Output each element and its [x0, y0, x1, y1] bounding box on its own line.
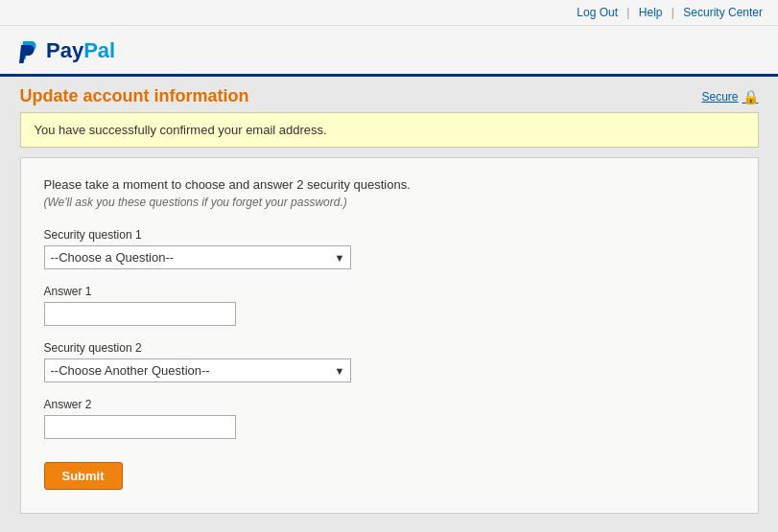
- header: PayPal: [0, 26, 778, 77]
- paypal-icon: [15, 37, 42, 64]
- logo-pal: Pal: [83, 38, 115, 62]
- form-intro-subtext: (We'll ask you these questions if you fo…: [44, 196, 735, 209]
- success-banner: You have successfully confirmed your ema…: [20, 112, 759, 148]
- a1-input[interactable]: [44, 302, 236, 326]
- help-link[interactable]: Help: [639, 6, 663, 19]
- top-nav: Log Out | Help | Security Center: [0, 0, 778, 26]
- question1-group: Security question 1 --Choose a Question-…: [44, 228, 735, 269]
- lock-icon: 🔒: [743, 89, 759, 104]
- form-intro-text: Please take a moment to choose and answe…: [44, 177, 735, 192]
- q1-select[interactable]: --Choose a Question-- What is your mothe…: [44, 245, 351, 269]
- paypal-logo: PayPal: [15, 37, 763, 64]
- security-center-link[interactable]: Security Center: [683, 6, 763, 19]
- page-header: Update account information Secure 🔒: [20, 77, 759, 112]
- secure-label[interactable]: Secure 🔒: [701, 89, 758, 104]
- q2-dropdown-wrapper: --Choose Another Question-- What is your…: [44, 359, 351, 382]
- a1-label: Answer 1: [44, 285, 735, 298]
- separator-1: |: [626, 6, 629, 19]
- q1-label: Security question 1: [44, 228, 735, 242]
- success-message: You have successfully confirmed your ema…: [35, 123, 327, 137]
- answer1-group: Answer 1: [44, 285, 735, 326]
- page-title: Update account information: [20, 86, 249, 106]
- question2-group: Security question 2 --Choose Another Que…: [44, 341, 735, 382]
- q2-select[interactable]: --Choose Another Question-- What is your…: [44, 359, 351, 382]
- separator-2: |: [672, 6, 674, 19]
- a2-label: Answer 2: [44, 398, 735, 411]
- answer2-group: Answer 2: [44, 398, 735, 439]
- logout-link[interactable]: Log Out: [577, 6, 618, 19]
- submit-button[interactable]: Submit: [44, 462, 123, 490]
- logo-pay: Pay: [46, 38, 83, 62]
- q2-label: Security question 2: [44, 341, 735, 355]
- q1-dropdown-wrapper: --Choose a Question-- What is your mothe…: [44, 245, 351, 269]
- a2-input[interactable]: [44, 415, 236, 439]
- form-card: Please take a moment to choose and answe…: [20, 157, 759, 514]
- main-content: Update account information Secure 🔒 You …: [11, 77, 768, 514]
- secure-text: Secure: [701, 90, 738, 104]
